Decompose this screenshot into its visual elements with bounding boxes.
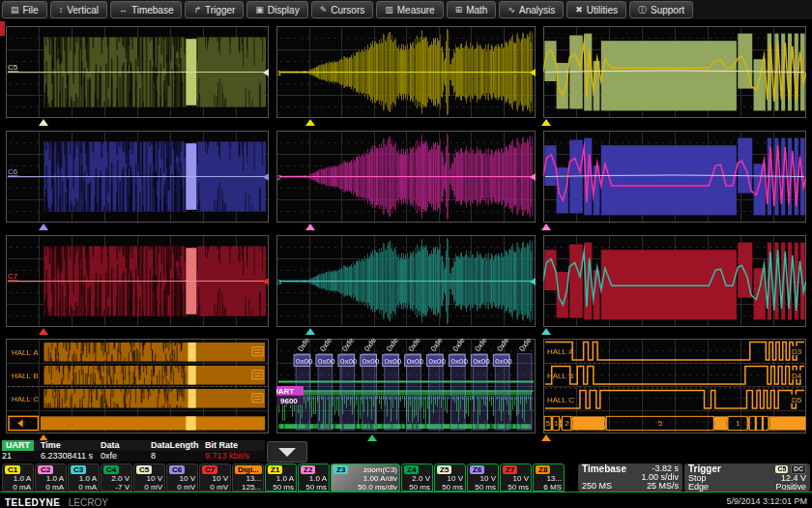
level-marker[interactable] (530, 69, 536, 76)
waveform-uart-decode[interactable] (276, 339, 536, 433)
descriptor-value-1: 10 V (470, 474, 496, 483)
uart-table-row[interactable]: 21 6.23308411 s 0xfe 8 9.713 kbit/s (2, 451, 265, 462)
panel-c5-acquisition[interactable] (6, 26, 269, 118)
channel-badge: C7 (202, 465, 218, 474)
descriptor-c3[interactable]: C31.0 A0 mA (68, 463, 100, 492)
footer-bar: TELEDYNE LECROY 5/9/2014 3:12:01 PM (0, 493, 812, 508)
descriptor-digi[interactable]: Digi...13...125... (232, 463, 264, 492)
uart-decode-table[interactable]: UART Time Data DataLength Bit Rate 21 6.… (2, 440, 265, 462)
descriptor-z6[interactable]: Z610 V50 ms (467, 463, 499, 492)
panel-uart-decode[interactable] (276, 339, 536, 433)
trigger-marker[interactable] (541, 434, 551, 441)
descriptor-value-2: 0 mV (169, 483, 195, 492)
channel-badge: C3 (71, 465, 86, 474)
channel-badge: C4 (103, 465, 119, 474)
descriptor-z3[interactable]: Z3zoom(C3)1.00 A/div50.0 ms/div (331, 463, 400, 492)
table-collapse-button[interactable] (267, 441, 307, 463)
channel-badge: Z6 (470, 465, 484, 474)
trigger-marker[interactable] (541, 119, 551, 126)
panel-hall-digital-zoom[interactable] (543, 339, 806, 433)
descriptor-value-1: 10 V (503, 474, 529, 483)
panel-c3-acquisition[interactable] (276, 235, 536, 327)
waveform-c5-acquisition[interactable] (6, 26, 269, 118)
timebase-descriptor[interactable]: Timebase -3.82 s 1.00 s/div 250 MS 25 MS… (578, 463, 682, 492)
descriptor-value-1: 13... (235, 474, 261, 483)
level-marker[interactable] (530, 173, 536, 181)
trigger-type: Edge (688, 483, 709, 492)
waveform-zoom-overlay-row3[interactable] (543, 235, 806, 327)
trigger-marker[interactable] (39, 328, 48, 335)
channel-badge: Z1 (268, 465, 282, 474)
descriptor-c6[interactable]: C610 V0 mV (166, 463, 198, 492)
descriptor-z8[interactable]: Z813...6 MS (533, 463, 565, 492)
waveform-hall-digital-dense[interactable] (6, 339, 269, 433)
trigger-marker[interactable] (305, 119, 315, 126)
panel-c7-acquisition[interactable] (6, 235, 269, 327)
descriptor-value-2: 0 mV (202, 483, 228, 492)
descriptor-z2[interactable]: Z21.0 A50 ms (298, 463, 330, 492)
panel-c1-acquisition[interactable] (276, 26, 536, 118)
waveform-c3-acquisition[interactable] (276, 235, 536, 327)
channel-badge: Z2 (301, 465, 315, 474)
descriptor-value-2: 6 MS (536, 483, 562, 492)
trigger-marker[interactable] (367, 434, 377, 441)
uart-row-length: 8 (151, 451, 205, 462)
channel-badge: C1 (5, 465, 20, 474)
descriptor-value-2: -7 V (103, 483, 130, 492)
waveform-hall-digital-zoom[interactable] (543, 339, 806, 433)
zoom-source-label: zoom(C3) (363, 465, 397, 474)
channel-badge: Digi... (235, 465, 262, 474)
descriptor-value-1: 1.0 A (5, 474, 31, 483)
uart-protocol-badge: UART (2, 440, 34, 451)
timebase-samples: 250 MS (582, 482, 612, 491)
descriptor-value-1: 1.0 A (268, 474, 294, 483)
descriptor-z5[interactable]: Z510 V50 ms (434, 463, 466, 492)
panel-c2-acquisition[interactable] (276, 131, 536, 223)
channel-badge: C5 (136, 465, 152, 474)
descriptor-value-2: 0 mA (71, 483, 97, 492)
waveform-c7-acquisition[interactable] (6, 235, 269, 327)
waveform-c1-acquisition[interactable] (276, 26, 536, 118)
left-edge-tab[interactable] (0, 21, 5, 36)
trigger-descriptor[interactable]: Trigger C5 DC Stop 12.4 V Edge Positive (684, 463, 810, 492)
trigger-marker[interactable] (305, 328, 315, 335)
trigger-marker[interactable] (39, 119, 48, 126)
waveform-c6-acquisition[interactable] (6, 131, 269, 223)
descriptor-c2[interactable]: C21.0 A0 mA (35, 463, 67, 492)
waveform-zoom-overlay-row2[interactable] (543, 131, 806, 223)
level-marker[interactable] (263, 173, 269, 181)
panel-zoom-overlay-row3[interactable] (543, 235, 806, 327)
uart-col-datalength: DataLength (151, 440, 205, 451)
descriptor-z7[interactable]: Z710 V50 ms (500, 463, 532, 492)
trigger-marker[interactable] (541, 328, 551, 335)
descriptor-value-1: 10 V (169, 474, 195, 483)
panel-c6-acquisition[interactable] (6, 131, 269, 223)
descriptor-z1[interactable]: Z11.0 A50 ms (265, 463, 297, 492)
level-marker[interactable] (530, 278, 536, 285)
brand-logo: TELEDYNE LECROY (5, 493, 108, 508)
waveform-c2-acquisition[interactable] (276, 131, 536, 223)
descriptor-value-2: 0 mA (5, 483, 31, 492)
channel-badge: C2 (38, 465, 53, 474)
timebase-rate: 25 MS/s (647, 482, 679, 491)
trigger-marker[interactable] (541, 224, 551, 230)
descriptor-z4[interactable]: Z42.0 V50 ms (401, 463, 433, 492)
trigger-marker[interactable] (39, 224, 48, 230)
panel-zoom-overlay-row2[interactable] (543, 131, 806, 223)
level-marker[interactable] (263, 278, 269, 285)
trigger-marker[interactable] (305, 224, 315, 230)
channel-badge: C6 (169, 465, 185, 474)
brand-teledyne: TELEDYNE (5, 497, 60, 508)
panel-hall-digital-dense[interactable] (6, 339, 269, 433)
descriptor-c5[interactable]: C510 V0 mV (133, 463, 165, 492)
descriptor-value-1: 1.0 A (71, 474, 97, 483)
level-marker[interactable] (263, 69, 269, 76)
waveform-zoom-overlay-row1[interactable] (543, 26, 806, 118)
panel-zoom-overlay-row1[interactable] (543, 26, 806, 118)
descriptor-value-1: 10 V (437, 474, 463, 483)
descriptor-c4[interactable]: C42.0 V-7 V (101, 463, 132, 492)
descriptor-c1[interactable]: C11.0 A0 mA (2, 463, 34, 492)
descriptor-c7[interactable]: C710 V0 mV (199, 463, 231, 492)
descriptor-value-1: 10 V (136, 474, 162, 483)
descriptor-value-2: 50 ms (503, 483, 529, 492)
